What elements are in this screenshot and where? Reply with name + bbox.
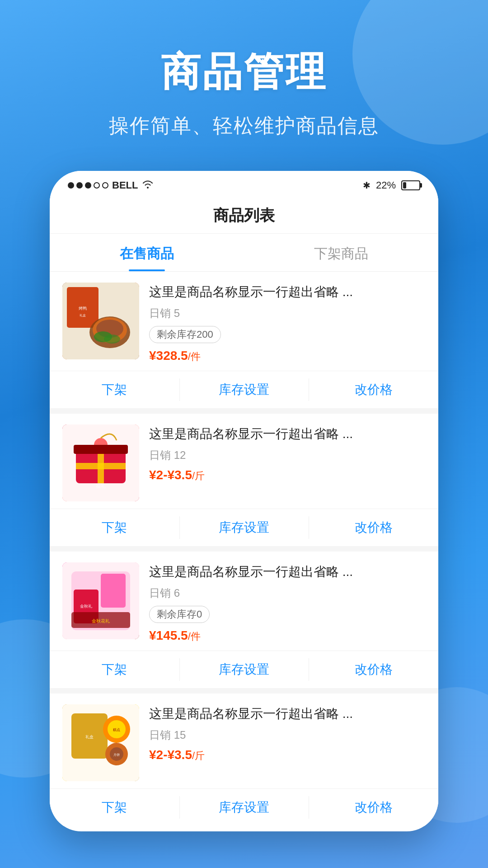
svg-text:糕点: 糕点 xyxy=(113,728,120,732)
product-name-3: 这里是商品名称显示一行超出省略 ... xyxy=(149,562,426,581)
product-card-1: 烤鸭 礼盒 这里是商品名称显示一行超出省略 ... 日销 5 剩余库存200 ¥… xyxy=(50,272,438,408)
svg-text:福礼: 福礼 xyxy=(96,483,106,489)
product-tabs: 在售商品 下架商品 xyxy=(50,234,438,272)
product-image-1: 烤鸭 礼盒 xyxy=(62,283,139,359)
product-info-3: 这里是商品名称显示一行超出省略 ... 日销 6 剩余库存0 ¥145.5/件 xyxy=(149,562,426,643)
product-actions-2: 下架 库存设置 改价格 xyxy=(50,509,438,546)
product-main-4: 礼盒 糕点 月饼 这里是商品名称显示一行超出省略 ... 日销 15 ¥2-¥3… xyxy=(50,693,438,788)
action-price-3[interactable]: 改价格 xyxy=(309,651,438,688)
product-image-3: 金秋礼 金秋花礼 xyxy=(62,562,139,639)
product-main-3: 金秋礼 金秋花礼 这里是商品名称显示一行超出省略 ... 日销 6 剩余库存0 … xyxy=(50,552,438,651)
signal-dot-5 xyxy=(102,182,108,189)
battery-indicator xyxy=(401,180,420,190)
product-sales-3: 日销 6 xyxy=(149,586,426,600)
action-price-2[interactable]: 改价格 xyxy=(309,509,438,546)
product-info-4: 这里是商品名称显示一行超出省略 ... 日销 15 ¥2-¥3.5/斤 xyxy=(149,704,426,763)
action-unlist-2[interactable]: 下架 xyxy=(50,509,179,546)
action-stock-3[interactable]: 库存设置 xyxy=(179,651,309,688)
carrier-label: BELL xyxy=(112,179,138,191)
bluetooth-icon: ✱ xyxy=(363,180,371,191)
product-price-3: ¥145.5/件 xyxy=(149,628,426,643)
action-stock-4[interactable]: 库存设置 xyxy=(179,789,309,826)
product-name-2: 这里是商品名称显示一行超出省略 ... xyxy=(149,425,426,443)
product-price-1: ¥328.5/件 xyxy=(149,349,426,363)
svg-text:金秋花礼: 金秋花礼 xyxy=(92,618,110,623)
hero-section: 商品管理 操作简单、轻松维护商品信息 xyxy=(0,0,488,162)
page-title: 商品列表 xyxy=(213,207,275,224)
product-card-4: 礼盒 糕点 月饼 这里是商品名称显示一行超出省略 ... 日销 15 ¥2-¥3… xyxy=(50,693,438,826)
action-unlist-4[interactable]: 下架 xyxy=(50,789,179,826)
battery-icon xyxy=(401,180,420,190)
product-price-4: ¥2-¥3.5/斤 xyxy=(149,748,426,763)
status-left: BELL xyxy=(68,179,154,192)
product-sales-2: 日销 12 xyxy=(149,448,426,462)
svg-rect-19 xyxy=(101,574,126,608)
svg-rect-13 xyxy=(76,463,126,469)
product-actions-4: 下架 库存设置 改价格 xyxy=(50,788,438,826)
product-actions-3: 下架 库存设置 改价格 xyxy=(50,651,438,688)
action-stock-1[interactable]: 库存设置 xyxy=(179,371,309,408)
svg-text:烤鸭: 烤鸭 xyxy=(79,306,87,311)
status-bar: BELL ✱ 22% xyxy=(50,171,438,196)
product-name-1: 这里是商品名称显示一行超出省略 ... xyxy=(149,283,426,302)
tab-on-sale[interactable]: 在售商品 xyxy=(50,234,244,271)
signal-dot-1 xyxy=(68,182,74,189)
svg-rect-14 xyxy=(74,445,128,454)
svg-text:月饼: 月饼 xyxy=(113,753,120,756)
page-header: 商品列表 xyxy=(50,196,438,234)
svg-point-8 xyxy=(104,335,120,344)
phone-mockup: BELL ✱ 22% xyxy=(50,171,438,831)
product-card-2: 福礼 这里是商品名称显示一行超出省略 ... 日销 12 ¥2-¥3.5/斤 下… xyxy=(50,414,438,546)
signal-dot-4 xyxy=(94,182,100,189)
battery-percent: 22% xyxy=(376,179,396,191)
battery-fill xyxy=(403,182,406,189)
action-stock-2[interactable]: 库存设置 xyxy=(179,509,309,546)
action-price-4[interactable]: 改价格 xyxy=(309,789,438,826)
product-image-4: 礼盒 糕点 月饼 xyxy=(62,704,139,781)
product-sales-4: 日销 15 xyxy=(149,728,426,742)
phone-wrapper: BELL ✱ 22% xyxy=(50,171,438,831)
action-price-1[interactable]: 改价格 xyxy=(309,371,438,408)
product-name-4: 这里是商品名称显示一行超出省略 ... xyxy=(149,704,426,723)
product-info-2: 这里是商品名称显示一行超出省略 ... 日销 12 ¥2-¥3.5/斤 xyxy=(149,425,426,483)
product-actions-1: 下架 库存设置 改价格 xyxy=(50,371,438,408)
svg-text:金秋礼: 金秋礼 xyxy=(80,604,92,609)
product-sales-1: 日销 5 xyxy=(149,306,426,321)
action-unlist-1[interactable]: 下架 xyxy=(50,371,179,408)
tab-off-sale[interactable]: 下架商品 xyxy=(244,234,438,271)
stock-badge-3: 剩余库存0 xyxy=(149,606,210,623)
hero-subtitle: 操作简单、轻松维护商品信息 xyxy=(27,113,461,139)
product-info-1: 这里是商品名称显示一行超出省略 ... 日销 5 剩余库存200 ¥328.5/… xyxy=(149,283,426,363)
product-price-2: ¥2-¥3.5/斤 xyxy=(149,468,426,483)
product-list: 烤鸭 礼盒 这里是商品名称显示一行超出省略 ... 日销 5 剩余库存200 ¥… xyxy=(50,272,438,826)
signal-dots xyxy=(68,182,108,189)
signal-dot-3 xyxy=(85,182,91,189)
wifi-icon xyxy=(141,179,154,192)
action-unlist-3[interactable]: 下架 xyxy=(50,651,179,688)
svg-text:礼盒: 礼盒 xyxy=(85,735,94,739)
product-image-2: 福礼 xyxy=(62,425,139,501)
product-main-1: 烤鸭 礼盒 这里是商品名称显示一行超出省略 ... 日销 5 剩余库存200 ¥… xyxy=(50,272,438,371)
stock-badge-1: 剩余库存200 xyxy=(149,326,221,343)
hero-title: 商品管理 xyxy=(27,45,461,99)
signal-dot-2 xyxy=(76,182,83,189)
status-right: ✱ 22% xyxy=(363,179,420,191)
product-card-3: 金秋礼 金秋花礼 这里是商品名称显示一行超出省略 ... 日销 6 剩余库存0 … xyxy=(50,552,438,688)
svg-text:礼盒: 礼盒 xyxy=(80,314,86,317)
product-main-2: 福礼 这里是商品名称显示一行超出省略 ... 日销 12 ¥2-¥3.5/斤 xyxy=(50,414,438,509)
